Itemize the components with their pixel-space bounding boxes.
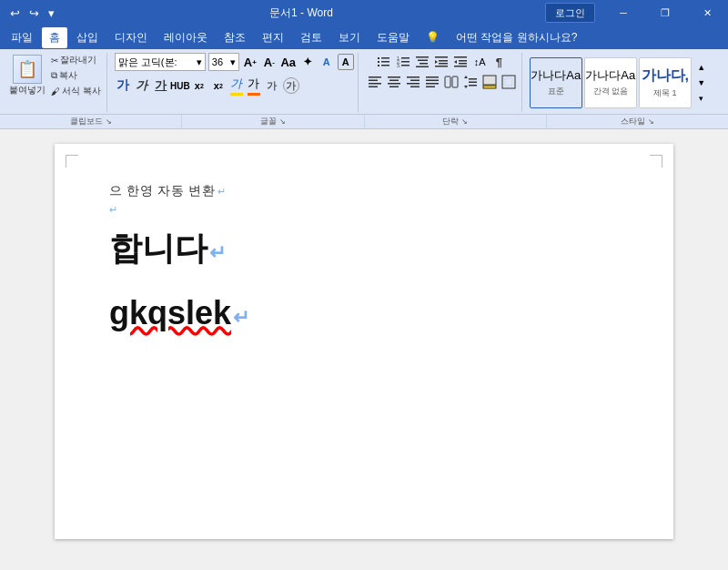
numbering-button[interactable]: 1.2.3. — [394, 53, 412, 71]
column-button[interactable] — [442, 73, 460, 91]
font-color-button[interactable]: 가 — [229, 75, 244, 97]
font-extra-button[interactable]: 가 — [264, 77, 280, 94]
menu-lightbulb[interactable]: 💡 — [419, 28, 447, 46]
multilevel-list-button[interactable] — [413, 53, 431, 71]
styles-scroll-down[interactable]: ▼ — [695, 76, 708, 90]
justify-button[interactable] — [423, 73, 441, 91]
svg-marker-45 — [464, 86, 468, 88]
svg-rect-31 — [389, 80, 399, 82]
customize-icon[interactable]: ▾ — [46, 6, 57, 20]
menu-search[interactable]: 어떤 작업을 원하시나요? — [449, 27, 584, 48]
underline-button[interactable]: 가 — [153, 77, 169, 94]
format-painter-button[interactable]: 🖌 서식 복사 — [49, 84, 103, 98]
clipboard-expand-icon[interactable]: ↘ — [106, 117, 112, 126]
svg-marker-44 — [464, 76, 468, 78]
doc-line-1[interactable]: 으 한영 자동 변환 ↵ — [109, 180, 619, 200]
text-effects-button[interactable]: A — [318, 54, 335, 70]
menu-home[interactable]: 홈 — [42, 27, 67, 48]
menu-file[interactable]: 파일 — [4, 27, 40, 48]
font-size-selector[interactable]: 36 ▾ — [208, 53, 239, 71]
doc-line-3[interactable]: 합니다 ↵ — [109, 228, 619, 270]
doc-line-5[interactable]: gkqslek ↵ — [109, 292, 619, 335]
page-corner-tl — [66, 155, 78, 168]
menu-mailings[interactable]: 편지 — [255, 27, 291, 48]
bullets-icon — [377, 55, 391, 69]
document-page[interactable]: 으 한영 자동 변환 ↵ ↵ 합니다 ↵ gkqslek ↵ — [55, 144, 673, 539]
clipboard-small-buttons: ✂ 잘라내기 ⧉ 복사 🖌 서식 복사 — [49, 53, 103, 98]
doc-text-1: 으 한영 자동 변환 — [109, 180, 216, 200]
shading-icon — [482, 75, 497, 89]
para-expand-icon[interactable]: ↘ — [461, 117, 468, 126]
align-left-button[interactable] — [366, 73, 384, 91]
toolbar-group-labels: 클립보드 ↘ 글꼴 ↘ 단락 ↘ 스타일 ↘ — [0, 114, 728, 128]
font-name-dropdown-icon[interactable]: ▾ — [197, 56, 202, 68]
font-color-icon: 가 — [230, 76, 242, 92]
minimize-button[interactable]: ─ — [602, 0, 644, 25]
svg-rect-33 — [389, 87, 399, 88]
bold-button[interactable]: 가 — [115, 77, 131, 94]
clear-format-button[interactable]: ✦ — [299, 54, 316, 70]
styles-expand[interactable]: ▾ — [695, 91, 708, 106]
grow-font-button[interactable]: A+ — [242, 54, 258, 70]
redo-icon[interactable]: ↪ — [26, 6, 42, 20]
style-no-spacing[interactable]: 가나다Aa 간격 없음 — [584, 57, 637, 108]
superscript-button[interactable]: x2 — [210, 77, 227, 94]
shading-button[interactable] — [480, 73, 499, 91]
sort-button[interactable]: ↕A — [470, 53, 489, 71]
border-button[interactable] — [500, 73, 518, 91]
increase-indent-button[interactable] — [451, 53, 470, 71]
menu-help[interactable]: 도움말 — [369, 27, 417, 48]
style-heading1[interactable]: 가나다, 제목 1 — [639, 57, 692, 108]
svg-rect-26 — [369, 76, 381, 78]
paste-button[interactable]: 📋 붙여넣기 — [7, 53, 47, 98]
menu-layout[interactable]: 레이아웃 — [157, 27, 215, 48]
menu-design[interactable]: 디자인 — [107, 27, 155, 48]
restore-button[interactable]: ❐ — [644, 0, 686, 25]
font-size-dropdown-icon[interactable]: ▾ — [230, 56, 236, 68]
line-spacing-button[interactable] — [461, 73, 480, 91]
styles-group-label: 스타일 — [621, 116, 645, 127]
doc-line-2[interactable]: ↵ — [109, 202, 619, 219]
menu-references[interactable]: 참조 — [217, 27, 253, 48]
menu-insert[interactable]: 삽입 — [69, 27, 106, 48]
svg-rect-35 — [410, 80, 420, 82]
highlight-color-button[interactable]: 가 — [247, 75, 261, 97]
enter-mark-3: ↵ — [209, 240, 226, 266]
align-center-button[interactable] — [385, 73, 403, 91]
subscript-button[interactable]: x2 — [191, 77, 207, 94]
styles-scroll-up[interactable]: ▲ — [695, 60, 708, 75]
menu-view[interactable]: 보기 — [331, 27, 368, 48]
change-case-button[interactable]: Aa — [280, 54, 297, 70]
text-border-button[interactable]: A — [338, 54, 354, 70]
svg-rect-29 — [369, 87, 378, 88]
shrink-font-button[interactable]: A- — [261, 54, 278, 70]
style-normal[interactable]: 가나다Aa 표준 — [530, 57, 582, 108]
column-icon — [444, 75, 459, 89]
svg-rect-27 — [369, 80, 378, 82]
italic-button[interactable]: 가 — [134, 77, 150, 94]
decrease-indent-button[interactable] — [432, 53, 450, 71]
bullets-button[interactable] — [375, 53, 393, 71]
copy-button[interactable]: ⧉ 복사 — [49, 68, 103, 83]
font-expand-icon[interactable]: ↘ — [279, 117, 286, 126]
highlight-color-bar — [248, 93, 260, 96]
border-icon — [501, 75, 516, 89]
document-area[interactable]: 으 한영 자동 변환 ↵ ↵ 합니다 ↵ gkqslek ↵ — [0, 129, 728, 554]
font-circle-button[interactable]: 가 — [283, 77, 299, 94]
cut-button[interactable]: ✂ 잘라내기 — [49, 53, 103, 67]
enter-mark-2: ↵ — [109, 202, 118, 219]
strikethrough-button[interactable]: HUB — [172, 77, 188, 94]
login-button[interactable]: 로그인 — [545, 3, 595, 23]
page-corner-tr — [650, 155, 662, 168]
show-marks-button[interactable]: ¶ — [490, 53, 508, 71]
svg-rect-1 — [381, 57, 389, 59]
menu-review[interactable]: 검토 — [293, 27, 329, 48]
align-right-button[interactable] — [404, 73, 422, 91]
justify-icon — [425, 75, 440, 89]
styles-expand-icon[interactable]: ↘ — [648, 117, 654, 126]
svg-rect-52 — [505, 78, 512, 86]
close-button[interactable]: ✕ — [686, 0, 728, 25]
undo-icon[interactable]: ↩ — [7, 6, 23, 20]
svg-rect-3 — [381, 61, 389, 63]
font-name-selector[interactable]: 맑은 고딕(본: ▾ — [115, 53, 206, 71]
